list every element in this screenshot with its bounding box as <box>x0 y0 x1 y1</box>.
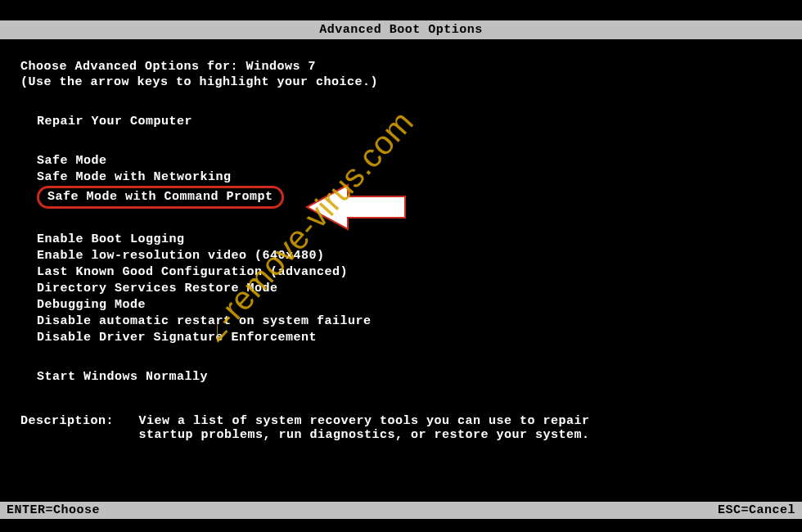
menu-item-disable-dse[interactable]: Disable Driver Signature Enforcement <box>37 330 782 346</box>
menu-item-dsrm[interactable]: Directory Services Restore Mode <box>37 281 782 297</box>
prompt-row: Choose Advanced Options for: Windows 7 <box>20 60 782 74</box>
footer-esc: ESC=Cancel <box>718 503 795 517</box>
menu-item-lkgc[interactable]: Last Known Good Configuration (advanced) <box>37 264 782 281</box>
menu-item-label: Safe Mode with Command Prompt <box>47 190 273 204</box>
prompt-text: Choose Advanced Options for: <box>20 60 246 74</box>
group-advanced: Enable Boot Logging Enable low-resolutio… <box>37 232 782 346</box>
highlight-ring: Safe Mode with Command Prompt <box>37 186 284 209</box>
description-text: View a list of system recovery tools you… <box>139 414 597 442</box>
footer-enter: ENTER=Choose <box>7 503 100 517</box>
menu-item-safe-mode-networking[interactable]: Safe Mode with Networking <box>37 169 782 186</box>
group-safe-mode: Safe Mode Safe Mode with Networking Safe… <box>37 153 782 209</box>
description-block: Description: View a list of system recov… <box>20 414 782 442</box>
menu-item-safe-mode-cmd[interactable]: Safe Mode with Command Prompt <box>37 186 782 209</box>
menu-item-repair[interactable]: Repair Your Computer <box>37 114 782 130</box>
os-name: Windows 7 <box>246 60 317 74</box>
menu-item-disable-restart[interactable]: Disable automatic restart on system fail… <box>37 313 782 330</box>
group-repair: Repair Your Computer <box>37 114 782 130</box>
content-area: Choose Advanced Options for: Windows 7 (… <box>0 39 802 442</box>
menu-item-boot-logging[interactable]: Enable Boot Logging <box>37 232 782 248</box>
menu-item-start-normally[interactable]: Start Windows Normally <box>37 369 782 385</box>
menu-item-debugging[interactable]: Debugging Mode <box>37 297 782 313</box>
footer-bar: ENTER=Choose ESC=Cancel <box>0 502 802 519</box>
menu-item-lowres[interactable]: Enable low-resolution video (640x480) <box>37 248 782 264</box>
page-title: Advanced Boot Options <box>319 23 483 37</box>
hint-text: (Use the arrow keys to highlight your ch… <box>20 75 782 89</box>
menu-item-safe-mode[interactable]: Safe Mode <box>37 153 782 169</box>
group-normal: Start Windows Normally <box>37 369 782 385</box>
title-bar: Advanced Boot Options <box>0 20 802 39</box>
description-label: Description: <box>20 414 131 428</box>
